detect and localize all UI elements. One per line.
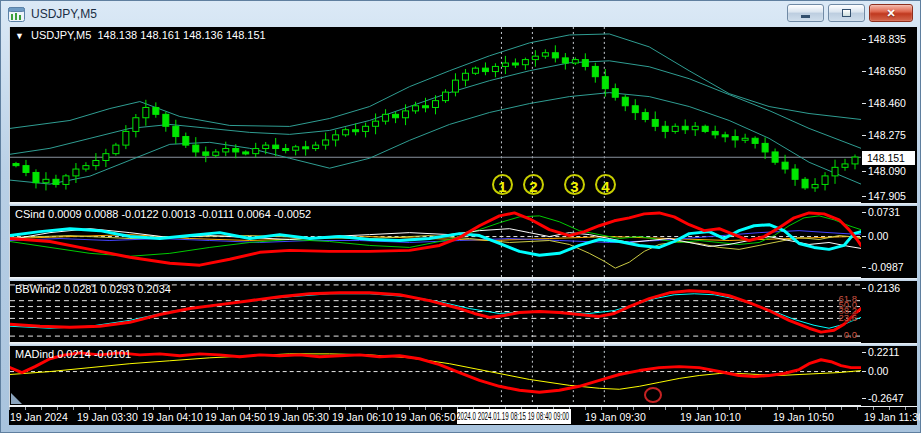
madind-axis-label: -0.2647: [868, 392, 904, 405]
vline-time-labels: 2024.0 2024.01.19 08:15 19 08:40 09:00: [457, 409, 571, 424]
red-circle-annotation: [644, 387, 662, 403]
window-controls: ✕: [787, 4, 913, 22]
price-axis-label: 148.460: [868, 97, 906, 110]
csind-axis-label: -0.0987: [868, 261, 904, 274]
price-axis-label: 148.090: [868, 165, 906, 178]
symbol-label: USDJPY,M5: [31, 29, 91, 41]
fib-level-label: 0.0: [844, 330, 857, 340]
price-axis-label: 148.650: [868, 65, 906, 78]
csind-header: CSind 0.0009 0.0088 -0.0122 0.0013 -0.01…: [15, 208, 311, 220]
madind-axis-label: 0.00: [868, 365, 888, 378]
bbwind-header: BBWind2 0.0281 0.0293 0.2034: [15, 283, 171, 295]
csind-axis-label: 0.0731: [868, 206, 900, 219]
time-label: 19 Jan 06:10: [332, 411, 393, 423]
price-axis-label: 147.905: [868, 190, 906, 203]
marker-circle-2: 2: [523, 174, 544, 195]
restore-button[interactable]: [828, 4, 865, 22]
marker-circle-1: 1: [492, 174, 513, 195]
time-label: 19 Jan 09:30: [585, 411, 646, 423]
close-icon: ✕: [886, 7, 895, 20]
time-label: 19 Jan 04:50: [205, 411, 266, 423]
csind-axis[interactable]: 0.0731 0.00 -0.0987: [861, 206, 917, 278]
madind-panel: MADind 0.0214 -0.0101 0.2211 0.00 -0.264…: [9, 346, 917, 406]
madind-header: MADind 0.0214 -0.0101: [15, 348, 131, 360]
time-label: 19 Jan 10:50: [773, 411, 834, 423]
madind-plot[interactable]: MADind 0.0214 -0.0101: [9, 346, 861, 406]
time-label: 19 Jan 06:50: [395, 411, 456, 423]
mt4-chart-window: USDJPY,M5 ✕ ▼ USDJPY,M5 148.138 148.161 …: [0, 0, 921, 433]
symbol-header: ▼ USDJPY,M5 148.138 148.161 148.136 148.…: [15, 29, 266, 41]
window-titlebar[interactable]: USDJPY,M5 ✕: [1, 1, 920, 27]
csind-panel: CSind 0.0009 0.0088 -0.0122 0.0013 -0.01…: [9, 206, 917, 278]
scroll-corner-icon[interactable]: [11, 393, 22, 404]
minimize-icon: [801, 15, 810, 18]
bbwind-panel: BBWind2 0.0281 0.0293 0.2034 61.8 50.0 3…: [9, 281, 917, 343]
main-plot[interactable]: ▼ USDJPY,M5 148.138 148.161 148.136 148.…: [9, 27, 861, 203]
time-label: 19 Jan 05:30: [268, 411, 329, 423]
time-label: 19 Jan 10:10: [680, 411, 741, 423]
close-button[interactable]: ✕: [869, 4, 913, 22]
fib-level-label: 23.6: [839, 313, 858, 323]
ohlc-values: 148.138 148.161 148.136 148.151: [97, 29, 265, 41]
marker-circle-4: 4: [595, 174, 616, 195]
time-axis[interactable]: 19 Jan 2024 19 Jan 03:30 19 Jan 04:10 19…: [9, 406, 917, 425]
marker-circle-3: 3: [564, 174, 585, 195]
price-axis-label: 148.275: [868, 129, 906, 142]
csind-plot[interactable]: CSind 0.0009 0.0088 -0.0122 0.0013 -0.01…: [9, 206, 861, 278]
price-axis-label: 148.835: [868, 33, 906, 46]
chevron-down-icon[interactable]: ▼: [15, 31, 24, 41]
minimize-button[interactable]: [787, 4, 824, 22]
bbwind-axis[interactable]: 0.2136: [861, 281, 917, 343]
chart-icon: [8, 7, 25, 22]
time-label: 19 Jan 2024: [10, 411, 68, 423]
chart-area: ▼ USDJPY,M5 148.138 148.161 148.136 148.…: [9, 27, 917, 423]
time-label: 19 Jan 03:30: [77, 411, 138, 423]
current-price-tag: 148.151: [862, 151, 915, 165]
window-title: USDJPY,M5: [31, 7, 97, 21]
madind-axis[interactable]: 0.2211 0.00 -0.2647: [861, 346, 917, 406]
madind-axis-label: 0.2211: [868, 346, 899, 359]
price-axis[interactable]: 148.835 148.650 148.460 148.275 148.151 …: [861, 27, 917, 203]
restore-icon: [842, 9, 851, 17]
time-label: 19 Jan 11:30: [864, 411, 921, 423]
time-label: 19 Jan 04:10: [142, 411, 203, 423]
csind-axis-label: 0.00: [868, 230, 888, 243]
bbwind-axis-label: 0.2136: [868, 282, 900, 295]
bbwind-plot[interactable]: BBWind2 0.0281 0.0293 0.2034 61.8 50.0 3…: [9, 281, 861, 343]
main-price-panel: ▼ USDJPY,M5 148.138 148.161 148.136 148.…: [9, 27, 917, 203]
